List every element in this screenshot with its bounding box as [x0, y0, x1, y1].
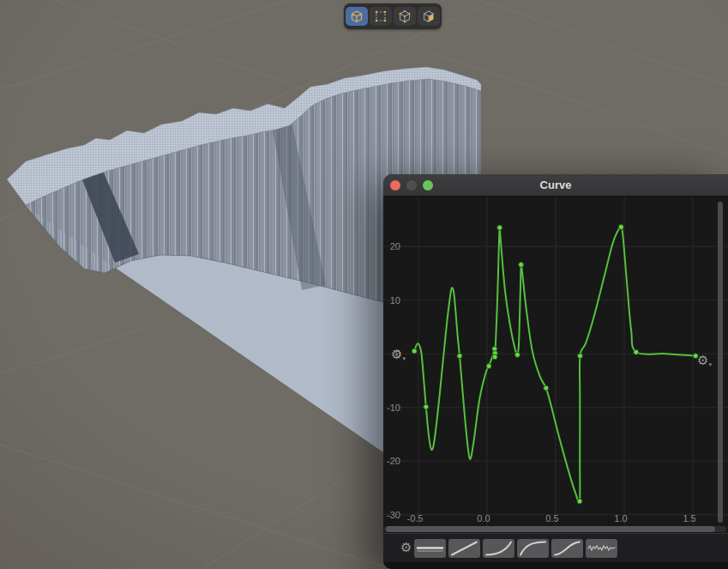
control-point[interactable] — [519, 262, 524, 267]
horizontal-scrollbar-thumb[interactable] — [386, 526, 715, 532]
cube-icon — [350, 9, 364, 23]
gear-icon: ⚙ — [391, 347, 402, 361]
control-point[interactable] — [412, 348, 417, 354]
control-point[interactable] — [424, 404, 429, 409]
cube-face-icon — [422, 9, 436, 23]
constant-curve-icon — [414, 539, 446, 558]
gear-icon: ⚙ — [400, 540, 412, 554]
right-gear-menu[interactable]: ⚙▾ — [697, 354, 712, 371]
face-select-button[interactable] — [418, 7, 440, 26]
control-point[interactable] — [492, 354, 497, 360]
screen: { "viewport": { "background_color": "#6f… — [0, 0, 728, 569]
chevron-down-icon: ▾ — [708, 361, 712, 367]
ease-in-curve-icon — [483, 539, 514, 558]
vertical-scrollbar-thumb[interactable] — [718, 202, 723, 523]
solid-select-button[interactable] — [346, 7, 368, 26]
x-tick-label: 1.0 — [614, 513, 627, 524]
y-tick-label: -10 — [387, 403, 400, 413]
control-point[interactable] — [497, 225, 502, 230]
gear-icon: ⚙ — [697, 353, 708, 367]
curve-editor-window: Curve -30-20-1001020-0.50.00.51.01.5 ⚙▾ … — [383, 174, 728, 569]
y-tick-label: 10 — [390, 295, 400, 306]
selection-mode-toolbar — [344, 3, 442, 29]
window-bottom-edge — [383, 562, 728, 569]
x-tick-label: 0.5 — [545, 513, 558, 524]
linear-curve-icon — [448, 539, 480, 558]
footer-gear-menu[interactable]: ⚙ — [400, 541, 412, 554]
noise-curve-icon — [586, 539, 617, 558]
cube-vertices-icon — [398, 9, 412, 23]
preset-constant-button[interactable] — [414, 539, 446, 558]
preset-noise-button[interactable] — [586, 539, 617, 558]
control-point[interactable] — [514, 352, 520, 357]
preset-row — [414, 539, 617, 558]
ease-out-curve-icon — [517, 539, 549, 558]
control-point[interactable] — [544, 385, 549, 390]
curve-plot-area[interactable]: -30-20-1001020-0.50.00.51.01.5 ⚙▾ ⚙▾ — [383, 197, 728, 533]
preset-linear-button[interactable] — [448, 539, 480, 558]
control-point[interactable] — [486, 364, 491, 369]
preset-ease-out-button[interactable] — [517, 539, 549, 558]
preset-s-curve-button[interactable] — [551, 539, 583, 558]
left-gear-menu[interactable]: ⚙▾ — [391, 348, 406, 365]
box-select-button[interactable] — [370, 7, 392, 26]
y-tick-label: 20 — [390, 241, 400, 251]
vertex-select-button[interactable] — [394, 7, 416, 26]
window-titlebar[interactable]: Curve — [383, 174, 728, 197]
curve-presets-toolbar: ⚙ — [383, 533, 728, 563]
x-tick-label: 0.0 — [477, 513, 490, 524]
dashed-box-icon — [374, 9, 388, 23]
y-tick-label: -30 — [387, 510, 400, 520]
chevron-down-icon: ▾ — [402, 355, 406, 361]
x-tick-label: -0.5 — [406, 513, 423, 524]
preset-ease-in-button[interactable] — [483, 539, 514, 558]
window-title: Curve — [383, 174, 728, 196]
x-tick-label: 1.5 — [683, 513, 695, 524]
control-point[interactable] — [457, 354, 462, 359]
control-point[interactable] — [578, 354, 583, 359]
s-curve-curve-icon — [551, 539, 583, 558]
curve-plot[interactable]: -30-20-1001020-0.50.00.51.01.5 — [383, 197, 728, 533]
control-point[interactable] — [618, 225, 623, 230]
y-tick-label: -20 — [387, 456, 400, 466]
control-point[interactable] — [577, 499, 582, 504]
horizontal-scrollbar[interactable] — [384, 526, 726, 532]
control-point[interactable] — [634, 349, 639, 354]
